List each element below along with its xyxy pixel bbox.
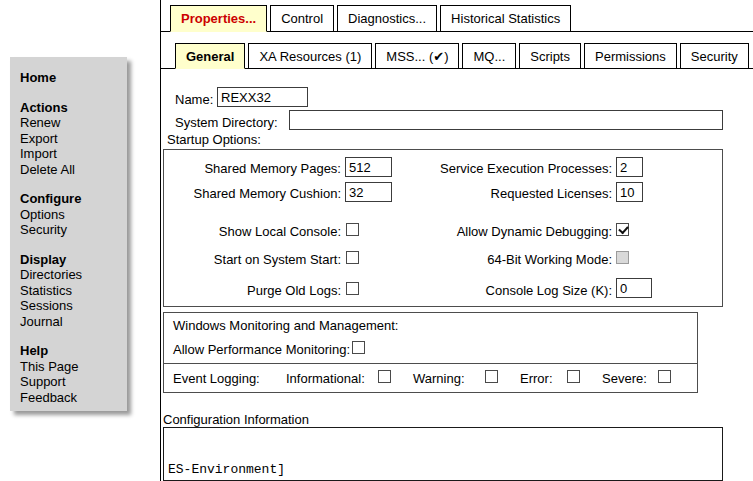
error-checkbox[interactable] bbox=[567, 370, 580, 383]
tab-scripts[interactable]: Scripts bbox=[519, 43, 581, 69]
configuration-information-title: Configuration Information bbox=[163, 412, 309, 427]
informational-label: Informational: bbox=[286, 371, 365, 386]
tab-permissions[interactable]: Permissions bbox=[584, 43, 677, 69]
sidebar: Home Actions Renew Export Import Delete … bbox=[10, 57, 127, 411]
severe-checkbox[interactable] bbox=[658, 370, 671, 383]
error-label: Error: bbox=[520, 371, 553, 386]
allow-performance-monitoring-label: Allow Performance Monitoring: bbox=[173, 342, 350, 357]
configuration-line-1: ES-Environment] bbox=[168, 462, 718, 478]
console-log-size-label: Console Log Size (K): bbox=[420, 283, 612, 298]
informational-checkbox[interactable] bbox=[378, 370, 391, 383]
sidebar-item-renew[interactable]: Renew bbox=[20, 115, 123, 131]
warning-checkbox[interactable] bbox=[485, 370, 498, 383]
configuration-textarea[interactable]: ES-Environment] MFTRACE_CONFIG=C:\Users\… bbox=[163, 427, 723, 481]
content-left-divider bbox=[160, 0, 161, 481]
monitoring-row-divider bbox=[164, 363, 697, 364]
sidebar-header-actions: Actions bbox=[20, 100, 123, 116]
sidebar-item-journal[interactable]: Journal bbox=[20, 314, 123, 330]
requested-licenses-input[interactable] bbox=[616, 182, 643, 202]
allow-performance-monitoring-checkbox[interactable] bbox=[352, 341, 365, 354]
warning-label: Warning: bbox=[413, 371, 465, 386]
primary-tab-bar: Properties... Control Diagnostics... His… bbox=[170, 5, 571, 32]
sidebar-header-help: Help bbox=[20, 343, 123, 359]
sidebar-item-export[interactable]: Export bbox=[20, 131, 123, 147]
console-log-size-input[interactable] bbox=[616, 278, 652, 298]
purge-old-logs-label: Purge Old Logs: bbox=[163, 283, 341, 298]
system-directory-label: System Directory: bbox=[175, 115, 278, 130]
tab-mq[interactable]: MQ... bbox=[462, 43, 516, 69]
start-on-system-start-label: Start on System Start: bbox=[163, 252, 341, 267]
sidebar-item-security[interactable]: Security bbox=[20, 222, 123, 238]
name-input[interactable] bbox=[217, 87, 308, 107]
show-local-console-label: Show Local Console: bbox=[163, 224, 341, 239]
sidebar-header-display: Display bbox=[20, 252, 123, 268]
sidebar-item-home[interactable]: Home bbox=[20, 70, 123, 86]
sidebar-item-delete-all[interactable]: Delete All bbox=[20, 162, 123, 178]
sidebar-item-support[interactable]: Support bbox=[20, 374, 123, 390]
tab-diagnostics[interactable]: Diagnostics... bbox=[337, 5, 437, 32]
name-label: Name: bbox=[175, 92, 213, 107]
tab-security[interactable]: Security bbox=[680, 43, 749, 69]
sidebar-item-this-page[interactable]: This Page bbox=[20, 359, 123, 375]
sidebar-item-sessions[interactable]: Sessions bbox=[20, 298, 123, 314]
event-logging-label: Event Logging: bbox=[173, 371, 260, 386]
allow-dynamic-debugging-checkbox[interactable] bbox=[616, 223, 629, 236]
tab-control[interactable]: Control bbox=[270, 5, 334, 32]
shared-memory-pages-label: Shared Memory Pages: bbox=[163, 161, 341, 176]
monitoring-title: Windows Monitoring and Management: bbox=[173, 318, 398, 333]
startup-options-title: Startup Options: bbox=[167, 132, 261, 147]
service-execution-processes-input[interactable] bbox=[616, 157, 643, 177]
tab-general[interactable]: General bbox=[175, 43, 245, 69]
sidebar-item-directories[interactable]: Directories bbox=[20, 267, 123, 283]
sidebar-item-statistics[interactable]: Statistics bbox=[20, 283, 123, 299]
allow-dynamic-debugging-label: Allow Dynamic Debugging: bbox=[420, 224, 612, 239]
severe-label: Severe: bbox=[602, 371, 647, 386]
tab-historical-statistics[interactable]: Historical Statistics bbox=[440, 5, 571, 32]
requested-licenses-label: Requested Licenses: bbox=[420, 186, 612, 201]
shared-memory-pages-input[interactable] bbox=[345, 157, 392, 177]
sidebar-item-feedback[interactable]: Feedback bbox=[20, 390, 123, 406]
tab-properties[interactable]: Properties... bbox=[170, 5, 267, 32]
sidebar-header-configure: Configure bbox=[20, 191, 123, 207]
tab-xa-resources[interactable]: XA Resources (1) bbox=[248, 43, 372, 69]
tab-mss[interactable]: MSS... (✔) bbox=[375, 43, 459, 69]
sidebar-item-options[interactable]: Options bbox=[20, 207, 123, 223]
show-local-console-checkbox[interactable] bbox=[346, 223, 359, 236]
shared-memory-cushion-label: Shared Memory Cushion: bbox=[163, 186, 341, 201]
secondary-tab-bar: General XA Resources (1) MSS... (✔) MQ..… bbox=[175, 43, 749, 69]
service-execution-processes-label: Service Execution Processes: bbox=[420, 161, 612, 176]
64-bit-working-mode-checkbox bbox=[616, 251, 629, 264]
shared-memory-cushion-input[interactable] bbox=[345, 182, 392, 202]
64-bit-working-mode-label: 64-Bit Working Mode: bbox=[420, 252, 612, 267]
purge-old-logs-checkbox[interactable] bbox=[346, 282, 359, 295]
system-directory-input[interactable] bbox=[289, 110, 723, 130]
sidebar-item-import[interactable]: Import bbox=[20, 146, 123, 162]
start-on-system-start-checkbox[interactable] bbox=[346, 251, 359, 264]
